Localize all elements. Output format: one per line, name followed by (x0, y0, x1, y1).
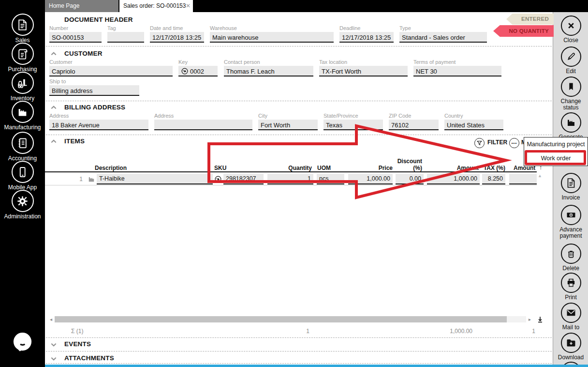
close-tab-icon[interactable]: ✕ (186, 0, 191, 12)
sales-order-detail: DOCUMENT HEADER NumberSO-000153 Tag Date… (45, 12, 553, 365)
open-item-icon[interactable] (214, 175, 222, 185)
manufactured-item-factory-icon (87, 175, 96, 185)
horizontal-scrollbar-thumb[interactable] (55, 316, 507, 322)
nav-item-inventory[interactable]: Inventory (0, 72, 45, 102)
section-title-billing-address: BILLING ADDRESS (64, 104, 125, 111)
section-divider (46, 337, 552, 338)
menu-item-manufacturing-project[interactable]: Manufacturing project (524, 138, 588, 152)
field-value: 18 Baker Avenue (49, 120, 148, 130)
field-value: Main warehouse (210, 32, 334, 43)
nav-item-manufacturing[interactable]: Manufacturing (0, 101, 45, 131)
edit-button[interactable]: Edit (553, 46, 588, 75)
scroll-right-icon[interactable]: ▸ (529, 317, 531, 322)
collapse-customer-chevron-up-icon[interactable] (49, 50, 59, 58)
menu-item-work-order[interactable]: Work order (524, 152, 588, 166)
column-header-discount-line1[interactable]: Discount (388, 158, 422, 165)
download-button[interactable]: Download (553, 333, 588, 361)
nav-item-purchasing[interactable]: Purchasing (0, 43, 45, 73)
field-contact-person: Contact personThomas F. Leach (224, 59, 313, 76)
section-divider (46, 351, 552, 352)
nav-item-sales[interactable]: Sales (0, 14, 45, 44)
field-tag: Tag (107, 25, 144, 43)
items-sum-amount: 1,000.00 (424, 328, 472, 335)
field-key: Key0002 (178, 59, 218, 76)
collapse-items-chevron-up-icon[interactable] (49, 138, 59, 145)
field-state-province: State/ProvinceTexas (323, 113, 383, 130)
envelope-icon (561, 303, 581, 323)
field-value: Billing address (49, 85, 139, 96)
scroll-to-bottom-icon[interactable] (535, 315, 545, 327)
filter-funnel-icon[interactable] (474, 138, 485, 148)
scroll-left-icon[interactable]: ◂ (50, 317, 52, 322)
tab-sales-order[interactable]: Sales order: SO-000153✕ (119, 0, 193, 12)
mail-to-button[interactable]: Mail to (553, 303, 588, 331)
column-header-uom[interactable]: UOM (317, 165, 331, 171)
row-divider (45, 185, 537, 185)
more-options-ellipsis-icon[interactable]: ••• (509, 138, 519, 148)
gear-icon (12, 190, 34, 212)
close-button[interactable]: Close (553, 15, 588, 44)
nav-item-mobile-app[interactable]: Mobile App (0, 161, 45, 191)
cell-amount-extra (509, 174, 537, 184)
section-title-events: EVENTS (64, 340, 91, 348)
field-value: NET 30 (413, 66, 501, 76)
cell-amount: 1,000.00 (427, 174, 480, 184)
column-header-sku[interactable]: SKU (214, 165, 226, 171)
field-city: CityFort Worth (258, 113, 318, 130)
table-header-rule (45, 171, 537, 172)
invoice-document-icon (561, 173, 581, 193)
cell-uom: pcs (317, 174, 344, 184)
field-country: CountryUnited States (444, 113, 503, 130)
tab-home-page[interactable]: Home Page (45, 0, 119, 12)
delete-button[interactable]: Delete (553, 244, 588, 272)
cell-description: T-Haibike (97, 174, 213, 184)
nav-item-accounting[interactable]: Accounting (0, 132, 45, 162)
status-flag-no-quantity: NO QUANTITY (493, 25, 554, 37)
field-value: 0002 (190, 68, 204, 75)
field-value: Fort Worth (258, 120, 318, 130)
app-window: Sales Purchasing Inventory Manufacturing… (0, 0, 588, 367)
generate-dropdown-menu: Manufacturing project Work order (524, 137, 588, 166)
collapse-billing-chevron-up-icon[interactable] (49, 104, 59, 111)
chat-bubble-icon[interactable] (11, 331, 34, 354)
section-divider (46, 46, 552, 46)
factory-icon (561, 112, 581, 133)
column-header-tax[interactable]: TAX (%) (473, 165, 505, 171)
cell-discount: 0.00 (396, 174, 424, 184)
column-header-discount-line2[interactable]: (%) (388, 165, 422, 171)
open-customer-icon[interactable] (181, 67, 189, 75)
field-zip-code: ZIP Code76102 (389, 113, 439, 130)
print-button[interactable]: Print (553, 273, 588, 301)
pen-icon (561, 46, 581, 67)
field-value (107, 32, 144, 43)
close-icon (561, 15, 581, 36)
field-type: TypeStandard - Sales order (399, 25, 487, 43)
action-sidebar: Close Edit Change status Generate Invoic… (553, 12, 588, 365)
generate-button[interactable]: Generate (553, 112, 588, 140)
field-value: Thomas F. Leach (224, 66, 313, 76)
printer-icon (561, 273, 581, 293)
field-value: TX-Fort Worth (319, 66, 408, 76)
column-header-description[interactable]: Description (95, 165, 127, 171)
field-number: NumberSO-000153 (49, 25, 102, 43)
expand-attachments-chevron-down-icon[interactable] (49, 355, 59, 363)
items-sum-amount-extra: 1 (506, 328, 535, 335)
cell-tax: 8.250 (482, 174, 505, 184)
field-address-1: Address18 Baker Avenue (49, 113, 148, 130)
filter-button[interactable]: FILTER (487, 139, 507, 146)
invoice-button[interactable]: Invoice (553, 173, 588, 201)
field-address-2: Address (154, 113, 252, 130)
scroll-up-icon[interactable]: ▲ (538, 173, 542, 178)
column-header-quantity[interactable]: Quantity (277, 165, 312, 171)
expand-events-chevron-down-icon[interactable] (49, 341, 59, 349)
banknote-icon (561, 205, 581, 225)
nav-item-administration[interactable]: Administration (0, 190, 45, 220)
change-status-button[interactable]: Change status (553, 76, 588, 111)
smartphone-icon (12, 161, 34, 183)
cell-sku: 298182307 (223, 174, 264, 184)
column-header-price[interactable]: Price (359, 165, 393, 171)
trash-icon (561, 244, 581, 264)
items-sum-quantity: 1 (280, 328, 309, 335)
status-flag-entered: ENTERED (506, 14, 554, 25)
advance-payment-button[interactable]: Advance payment (553, 205, 588, 239)
